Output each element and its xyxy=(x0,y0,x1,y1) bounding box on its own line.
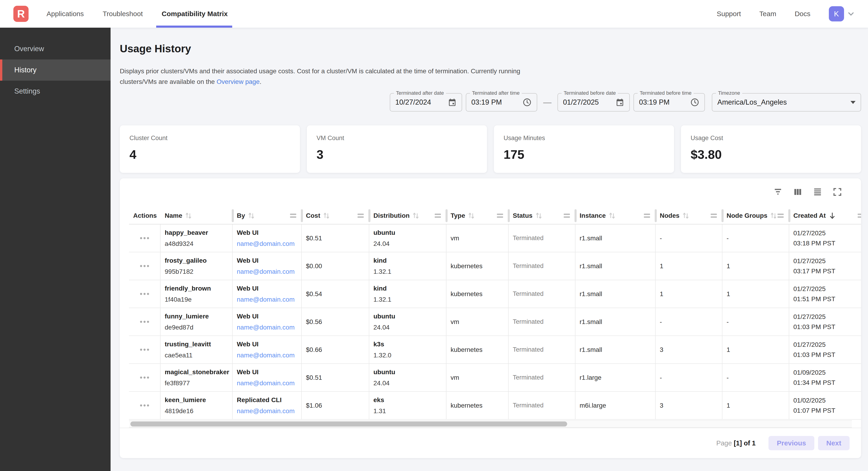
sort-icon[interactable] xyxy=(323,212,330,219)
row-actions-button[interactable] xyxy=(138,235,151,241)
terminated-before-time-field[interactable]: Terminated before time 03:19 PM xyxy=(633,93,705,112)
sort-icon[interactable] xyxy=(535,212,542,219)
timezone-select[interactable]: Timezone America/Los_Angeles xyxy=(712,93,861,112)
sort-icon[interactable] xyxy=(609,212,616,219)
sort-icon[interactable] xyxy=(468,212,475,219)
filter-icon[interactable] xyxy=(773,187,783,197)
by-cell: Web UI name@domain.com xyxy=(232,336,302,364)
stat-label: VM Count xyxy=(316,135,477,142)
column-header-status[interactable]: Status xyxy=(509,207,576,224)
replicated-logo[interactable]: R xyxy=(13,6,29,22)
email-link[interactable]: name@domain.com xyxy=(237,268,301,275)
terminated-after-date-field[interactable]: Terminated after date 10/27/2024 xyxy=(390,93,462,112)
column-divider[interactable] xyxy=(445,209,447,222)
show-hide-columns-icon[interactable] xyxy=(793,187,803,197)
table-row: keen_lumiere 4819de16 Replicated CLI nam… xyxy=(129,392,861,420)
drag-handle-icon[interactable] xyxy=(290,214,296,218)
account-menu[interactable]: K xyxy=(829,6,855,22)
created-at-cell: 01/27/2025 03:17 PM PST xyxy=(789,252,861,280)
sort-icon[interactable] xyxy=(770,212,777,219)
drag-handle-icon[interactable] xyxy=(858,214,861,218)
email-link[interactable]: name@domain.com xyxy=(237,324,301,331)
column-divider[interactable] xyxy=(508,209,510,222)
nav-item-compatibility-matrix[interactable]: Compatibility Matrix xyxy=(162,0,228,28)
cost-cell: $0.51 xyxy=(302,225,369,252)
drag-handle-icon[interactable] xyxy=(564,214,570,218)
density-icon[interactable] xyxy=(812,187,823,197)
previous-page-button[interactable]: Previous xyxy=(769,436,814,450)
node-groups-cell: - xyxy=(722,225,789,252)
actions-cell xyxy=(129,364,161,392)
column-header-created-at[interactable]: Created At xyxy=(789,207,861,224)
row-actions-button[interactable] xyxy=(138,374,151,381)
email-link[interactable]: name@domain.com xyxy=(237,407,301,415)
node-groups-cell: 1 xyxy=(722,392,789,420)
actions-cell xyxy=(129,225,161,252)
email-link[interactable]: name@domain.com xyxy=(237,240,301,247)
column-header-instance[interactable]: Instance xyxy=(576,207,656,224)
calendar-icon[interactable] xyxy=(448,98,457,107)
row-actions-button[interactable] xyxy=(138,319,151,325)
clock-icon[interactable] xyxy=(523,98,532,107)
usage-table-card: Actions Name By xyxy=(120,178,861,458)
sort-icon[interactable] xyxy=(682,212,689,219)
nav-link-team[interactable]: Team xyxy=(759,10,776,18)
drag-handle-icon[interactable] xyxy=(777,214,784,218)
column-header-by[interactable]: By xyxy=(232,207,302,224)
column-divider[interactable] xyxy=(655,209,657,222)
row-actions-button[interactable] xyxy=(138,402,151,409)
drag-handle-icon[interactable] xyxy=(644,214,650,218)
field-value: 01/27/2025 xyxy=(563,98,599,107)
calendar-icon[interactable] xyxy=(616,98,624,107)
nav-item-troubleshoot[interactable]: Troubleshoot xyxy=(103,0,143,28)
sort-desc-icon[interactable] xyxy=(829,211,836,220)
drag-handle-icon[interactable] xyxy=(497,214,503,218)
drag-handle-icon[interactable] xyxy=(435,214,441,218)
column-divider[interactable] xyxy=(721,209,723,222)
column-header-node-groups[interactable]: Node Groups xyxy=(722,207,789,224)
name-cell: frosty_galileo 995b7182 xyxy=(161,252,232,280)
email-link[interactable]: name@domain.com xyxy=(237,296,301,303)
sidebar: Overview History Settings xyxy=(0,28,111,471)
field-label: Terminated before date xyxy=(562,90,618,96)
nav-item-applications[interactable]: Applications xyxy=(46,0,84,28)
email-link[interactable]: name@domain.com xyxy=(237,352,301,359)
nav-link-support[interactable]: Support xyxy=(717,10,741,18)
avatar[interactable]: K xyxy=(829,6,844,22)
sidebar-item-overview[interactable]: Overview xyxy=(0,38,111,59)
column-divider[interactable] xyxy=(232,209,234,222)
row-actions-button[interactable] xyxy=(138,263,151,269)
sidebar-item-settings[interactable]: Settings xyxy=(0,81,111,102)
email-link[interactable]: name@domain.com xyxy=(237,380,301,387)
cost-cell: $0.66 xyxy=(302,336,369,364)
scrollbar-thumb[interactable] xyxy=(130,421,567,426)
fullscreen-icon[interactable] xyxy=(832,187,843,197)
column-divider[interactable] xyxy=(575,209,577,222)
sort-icon[interactable] xyxy=(248,212,255,219)
overview-page-link[interactable]: Overview page xyxy=(217,78,259,85)
sort-icon[interactable] xyxy=(185,212,192,219)
column-divider[interactable] xyxy=(788,209,790,222)
clock-icon[interactable] xyxy=(690,98,700,107)
column-header-distribution[interactable]: Distribution xyxy=(369,207,446,224)
nav-link-docs[interactable]: Docs xyxy=(795,10,810,18)
type-cell: vm xyxy=(446,364,509,392)
row-actions-button[interactable] xyxy=(138,346,151,353)
next-page-button[interactable]: Next xyxy=(818,436,849,450)
sort-icon[interactable] xyxy=(412,212,419,219)
drag-handle-icon[interactable] xyxy=(711,214,717,218)
column-divider[interactable] xyxy=(301,209,303,222)
horizontal-scrollbar[interactable] xyxy=(129,420,852,428)
column-header-nodes[interactable]: Nodes xyxy=(656,207,722,224)
column-header-cost[interactable]: Cost xyxy=(302,207,369,224)
row-actions-button[interactable] xyxy=(138,291,151,297)
drag-handle-icon[interactable] xyxy=(358,214,364,218)
nodes-cell: 1 xyxy=(656,280,722,308)
column-header-type[interactable]: Type xyxy=(446,207,509,224)
column-header-name[interactable]: Name xyxy=(161,207,232,224)
terminated-after-time-field[interactable]: Terminated after time 03:19 PM xyxy=(466,93,537,112)
sidebar-item-history[interactable]: History xyxy=(0,59,111,81)
column-divider[interactable] xyxy=(368,209,370,222)
terminated-before-date-field[interactable]: Terminated before date 01/27/2025 xyxy=(557,93,630,112)
field-label: Terminated before time xyxy=(638,90,693,96)
